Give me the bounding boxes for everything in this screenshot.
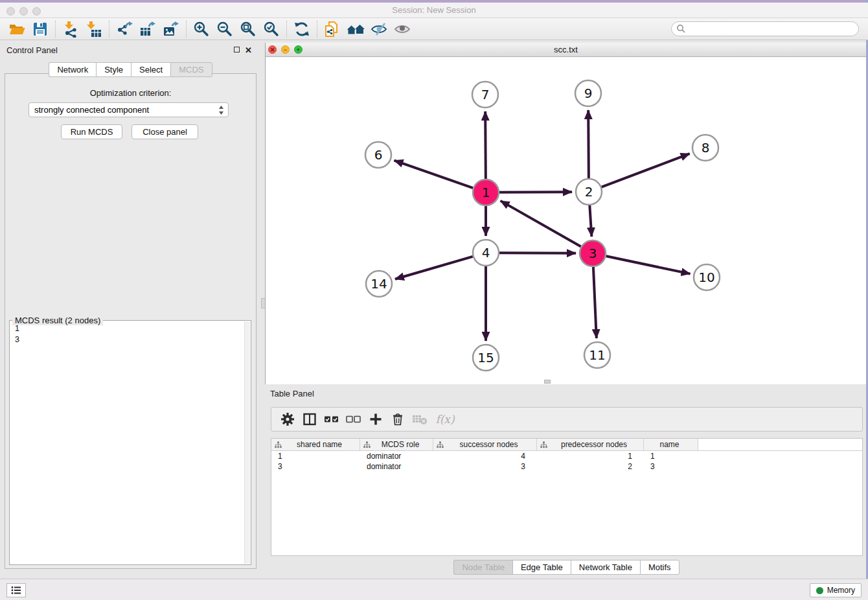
graph-node-3[interactable]: 3 — [580, 240, 606, 266]
column-header-predecessor-nodes[interactable]: predecessor nodes — [537, 439, 644, 450]
tab-motifs[interactable]: Motifs — [640, 560, 680, 575]
table-toolbar: f(x) — [271, 407, 863, 432]
tab-edge-table[interactable]: Edge Table — [512, 560, 571, 575]
graph-edge-4-14[interactable] — [395, 257, 473, 279]
column-header-name[interactable]: name — [644, 439, 698, 450]
graph-node-15[interactable]: 15 — [473, 345, 499, 371]
tab-mcds[interactable]: MCDS — [170, 62, 212, 77]
graph-edge-1-6[interactable] — [394, 161, 474, 188]
show-panel-button[interactable] — [391, 20, 414, 38]
graph-edge-3-1[interactable] — [501, 201, 581, 247]
table-row[interactable]: 3dominator323 — [271, 461, 862, 472]
close-panel-button[interactable]: Close panel — [131, 124, 198, 139]
status-bar: Memory — [0, 579, 868, 600]
graph-edge-4-3[interactable] — [499, 253, 576, 253]
refresh-layout-button[interactable] — [290, 20, 314, 38]
toolbar-separator — [317, 21, 317, 38]
hide-panel-button[interactable] — [367, 20, 391, 38]
import-table-icon — [86, 21, 102, 38]
graph-edge-3-10[interactable] — [606, 256, 691, 273]
graph-edge-1-7[interactable] — [485, 111, 486, 179]
network-zoom-button[interactable]: + — [294, 45, 303, 54]
import-table-button[interactable] — [82, 20, 106, 38]
delete-column-button[interactable] — [387, 410, 409, 429]
graph-edge-2-9[interactable] — [588, 110, 589, 178]
window-zoom-button[interactable] — [32, 7, 41, 16]
control-panel: Control Panel ✕ NetworkStyleSelectMCDS O… — [0, 40, 261, 579]
close-panel-icon[interactable]: ✕ — [245, 47, 252, 54]
import-network-button[interactable] — [59, 20, 82, 38]
memory-status-dot — [816, 587, 823, 594]
column-header-shared-name[interactable]: shared name — [271, 439, 360, 450]
zoom-in-button[interactable] — [190, 20, 213, 38]
duplicate-network-icon — [324, 21, 341, 38]
export-table-icon — [139, 21, 156, 38]
function-builder-button[interactable]: f(x) — [431, 410, 459, 429]
network-close-button[interactable]: ✕ — [268, 45, 277, 54]
memory-button[interactable]: Memory — [810, 583, 862, 597]
graph-node-2[interactable]: 2 — [576, 179, 602, 205]
float-panel-button[interactable] — [234, 47, 240, 52]
graph-node-6[interactable]: 6 — [365, 142, 391, 168]
mcds-result-text: 1 3 — [11, 323, 243, 563]
table-cell: 1 — [644, 452, 698, 461]
network-window-titlebar[interactable]: ✕ − + scc.txt — [266, 43, 866, 57]
node-label: 1 — [482, 185, 490, 200]
graph-node-11[interactable]: 11 — [584, 342, 610, 368]
column-header-mcds-role[interactable]: MCDS role — [360, 439, 433, 450]
window-close-button[interactable] — [6, 7, 15, 16]
duplicate-network-button[interactable] — [321, 20, 344, 38]
network-graph-canvas[interactable]: 7968124314101511 — [266, 57, 867, 384]
window-minimize-button[interactable] — [19, 7, 28, 16]
graph-node-14[interactable]: 14 — [366, 271, 392, 297]
run-mcds-button[interactable]: Run MCDS — [61, 124, 122, 139]
table-row[interactable]: 1dominator411 — [271, 451, 862, 461]
graph-node-7[interactable]: 7 — [472, 82, 498, 108]
delete-table-button[interactable] — [409, 410, 431, 429]
search-input[interactable] — [686, 23, 858, 35]
zoom-fit-button[interactable] — [236, 20, 260, 38]
node-label: 4 — [482, 245, 490, 260]
result-scrollbar[interactable] — [244, 321, 250, 564]
optimization-criterion-select[interactable]: strongly connected component — [29, 102, 229, 117]
task-history-button[interactable] — [6, 583, 26, 597]
home-view-button[interactable] — [344, 20, 367, 38]
tab-network[interactable]: Network — [49, 62, 96, 77]
network-minimize-button[interactable]: − — [281, 45, 290, 54]
export-table-button[interactable] — [136, 20, 159, 38]
open-session-button[interactable] — [5, 20, 29, 38]
table-settings-button[interactable] — [277, 410, 299, 429]
tab-node-table[interactable]: Node Table — [453, 560, 512, 575]
tab-select[interactable]: Select — [131, 62, 170, 77]
checked-boxes-icon — [324, 414, 339, 424]
graph-node-10[interactable]: 10 — [694, 264, 720, 290]
graph-node-8[interactable]: 8 — [692, 135, 718, 161]
unselect-all-columns-button[interactable] — [343, 410, 365, 429]
graph-edge-2-3[interactable] — [589, 205, 591, 237]
export-network-button[interactable] — [113, 20, 136, 38]
table-panel: Table Panel ✕ f(x) shared nameMCDS roles… — [265, 386, 868, 579]
create-column-button[interactable] — [365, 410, 387, 429]
zoom-selected-button[interactable] — [260, 20, 283, 38]
select-all-columns-button[interactable] — [321, 410, 343, 429]
tab-style[interactable]: Style — [96, 62, 131, 77]
unchecked-boxes-icon — [346, 414, 361, 424]
table-cell: 3 — [271, 462, 360, 471]
graph-edge-3-11[interactable] — [593, 267, 597, 338]
graph-node-9[interactable]: 9 — [575, 80, 601, 106]
table-cell: 1 — [271, 452, 360, 461]
save-session-button[interactable] — [29, 20, 52, 38]
gear-icon — [281, 413, 294, 426]
zoom-out-button[interactable] — [213, 20, 236, 38]
graph-edge-2-8[interactable] — [602, 154, 690, 187]
tab-network-table[interactable]: Network Table — [571, 560, 640, 575]
node-label: 3 — [589, 246, 597, 261]
export-image-button[interactable] — [159, 20, 183, 38]
network-scrollbar-handle[interactable] — [544, 380, 551, 384]
graph-node-4[interactable]: 4 — [473, 240, 499, 266]
app-titlebar: Session: New Session — [0, 3, 868, 18]
show-column-panel-button[interactable] — [299, 410, 321, 429]
graph-node-1[interactable]: 1 — [473, 179, 499, 205]
column-header-successor-nodes[interactable]: successor nodes — [433, 439, 537, 450]
graph-edge-1-2[interactable] — [499, 192, 572, 192]
